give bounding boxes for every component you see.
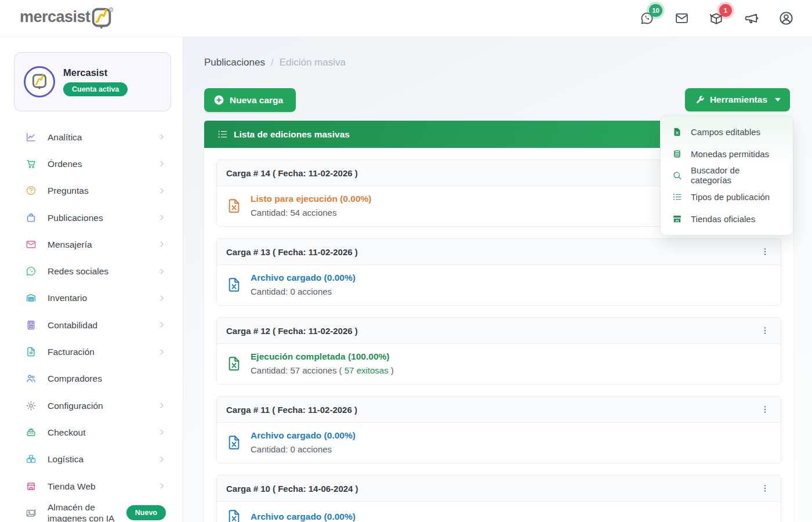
menu-item-tiendas-oficiales[interactable]: Tiendas oficiales <box>661 208 793 230</box>
kebab-icon <box>760 326 770 335</box>
kebab-icon <box>760 247 770 256</box>
account-logo <box>24 66 55 97</box>
upload-card-header: Carga # 13 ( Fecha: 11-02-2026 ) <box>217 239 781 265</box>
sidebar-item-preguntas[interactable]: Preguntas <box>14 177 174 204</box>
sidebar-item-inventario[interactable]: Inventario <box>14 285 174 311</box>
main-content: Publicaciones / Edición masiva Nueva car… <box>183 37 812 522</box>
chevron-right-icon <box>158 401 166 409</box>
breadcrumb-parent[interactable]: Publicaciones <box>204 57 265 68</box>
chevron-right-icon <box>158 187 166 195</box>
caret-down-icon <box>775 98 781 102</box>
sidebar-item-analitica[interactable]: Analítica <box>14 124 174 150</box>
navbar-actions: 10 1 <box>637 9 796 28</box>
whatsapp-icon <box>26 266 37 277</box>
sidebar-item-logistica[interactable]: Logística <box>14 446 174 473</box>
users-icon <box>26 373 37 384</box>
card-menu-button[interactable] <box>757 244 773 259</box>
account-status-badge: Cuenta activa <box>63 82 128 96</box>
menu-item-monedas-permitidas[interactable]: Monedas permitidas <box>661 143 793 164</box>
successful-count: 57 exitosas <box>345 365 389 375</box>
sidebar-item-publicaciones[interactable]: Publicaciones <box>14 204 174 231</box>
boxes-icon <box>26 454 37 465</box>
logo-glyph-icon <box>30 72 49 92</box>
line-chart-icon <box>26 132 37 143</box>
messages-button[interactable] <box>672 9 691 28</box>
upload-card-body: Ejecución completada (100.00%) Cantidad:… <box>217 344 781 384</box>
card-menu-button[interactable] <box>757 323 773 338</box>
menu-item-tipos-publicacion[interactable]: Tipos de publicación <box>661 186 793 208</box>
chevron-right-icon <box>158 133 166 141</box>
upload-card-13: Carga # 13 ( Fecha: 11-02-2026 ) Archivo… <box>216 238 781 306</box>
breadcrumb-separator: / <box>271 57 274 68</box>
chevron-right-icon <box>158 240 166 248</box>
chevron-right-icon <box>158 294 166 302</box>
breadcrumb: Publicaciones / Edición masiva <box>204 57 346 68</box>
profile-button[interactable] <box>776 9 796 28</box>
chevron-right-icon <box>158 348 166 356</box>
chevron-right-icon <box>158 428 166 436</box>
whatsapp-badge: 10 <box>649 4 662 17</box>
avatar-icon <box>778 10 794 26</box>
account-card[interactable]: Mercasist Cuenta activa <box>14 52 171 111</box>
app-logo[interactable]: mercasist R <box>20 5 115 32</box>
panel-title: Lista de ediciones masivas <box>234 129 350 140</box>
storefront-icon <box>26 481 37 492</box>
breadcrumb-current: Edición masiva <box>280 57 346 68</box>
upload-quantity: Cantidad: 0 acciones <box>251 443 356 455</box>
plus-circle-icon <box>213 95 224 106</box>
excel-file-icon <box>226 434 242 451</box>
sidebar-item-almacen-imagenes[interactable]: Almacén de imagenes con IA Nuevo <box>14 499 174 522</box>
store-icon <box>672 214 682 224</box>
upload-card-10: Carga # 10 ( Fecha: 14-06-2024 ) Archivo… <box>216 475 781 522</box>
package-button[interactable]: 1 <box>706 9 726 28</box>
upload-status[interactable]: Archivo cargado (0.00%) <box>251 429 356 442</box>
list-icon <box>672 192 682 202</box>
whatsapp-button[interactable]: 10 <box>637 9 657 28</box>
sidebar-item-redes-sociales[interactable]: Redes sociales <box>14 258 174 284</box>
sidebar-item-tienda-web[interactable]: Tienda Web <box>14 473 174 499</box>
svg-text:R: R <box>110 8 112 11</box>
nuevo-badge: Nuevo <box>126 505 166 520</box>
excel-file-icon <box>226 197 242 215</box>
upload-status[interactable]: Ejecución completada (100.00%) <box>251 350 394 363</box>
upload-status[interactable]: Archivo cargado (0.00%) <box>251 271 356 284</box>
account-name: Mercasist <box>63 67 128 78</box>
excel-file-icon <box>226 355 242 372</box>
question-icon <box>26 185 37 196</box>
sidebar-item-contabilidad[interactable]: Contabilidad <box>14 311 174 338</box>
upload-title: Carga # 12 ( Fecha: 11-02-2026 ) <box>226 326 358 336</box>
sidebar-item-ordenes[interactable]: Órdenes <box>14 150 174 177</box>
upload-quantity: Cantidad: 54 acciones <box>251 206 371 219</box>
excel-file-icon <box>226 276 242 293</box>
upload-status[interactable]: Listo para ejecución (0.00%) <box>251 193 371 205</box>
search-icon <box>672 171 682 180</box>
card-menu-button[interactable] <box>757 481 773 496</box>
upload-quantity: Cantidad: 0 acciones <box>251 285 356 298</box>
kebab-icon <box>760 405 770 414</box>
sidebar: Mercasist Cuenta activa Analítica Órdene… <box>0 37 183 522</box>
tools-button[interactable]: Herramientas <box>685 88 790 111</box>
chevron-right-icon <box>158 267 166 276</box>
upload-card-body: Archivo cargado (0.00%) Cantidad: 0 acci… <box>217 265 781 305</box>
menu-item-buscador-categorias[interactable]: Buscador de categorías <box>661 165 793 186</box>
upload-title: Carga # 13 ( Fecha: 11-02-2026 ) <box>226 247 358 257</box>
upload-card-header: Carga # 12 ( Fecha: 11-02-2026 ) <box>217 318 781 344</box>
image-icon <box>26 507 37 519</box>
upload-status[interactable]: Archivo cargado (0.00%) <box>251 510 356 522</box>
announcements-button[interactable] <box>741 9 761 28</box>
wrench-icon <box>695 95 705 104</box>
menu-item-campos-editables[interactable]: Campos editables <box>661 121 793 143</box>
sidebar-item-compradores[interactable]: Compradores <box>14 365 174 392</box>
chevron-right-icon <box>158 160 166 168</box>
envelope-icon <box>26 239 37 250</box>
chevron-right-icon <box>158 455 166 463</box>
warehouse-icon <box>26 292 37 303</box>
new-upload-button[interactable]: Nueva carga <box>204 88 296 112</box>
upload-title: Carga # 10 ( Fecha: 14-06-2024 ) <box>226 484 358 494</box>
excel-file-icon <box>226 508 242 522</box>
sidebar-item-facturacion[interactable]: Facturación <box>14 338 174 365</box>
sidebar-item-checkout[interactable]: Checkout <box>14 419 174 445</box>
sidebar-item-configuracion[interactable]: Configuración <box>14 392 174 419</box>
card-menu-button[interactable] <box>757 402 773 417</box>
sidebar-item-mensajeria[interactable]: Mensajería <box>14 231 174 258</box>
